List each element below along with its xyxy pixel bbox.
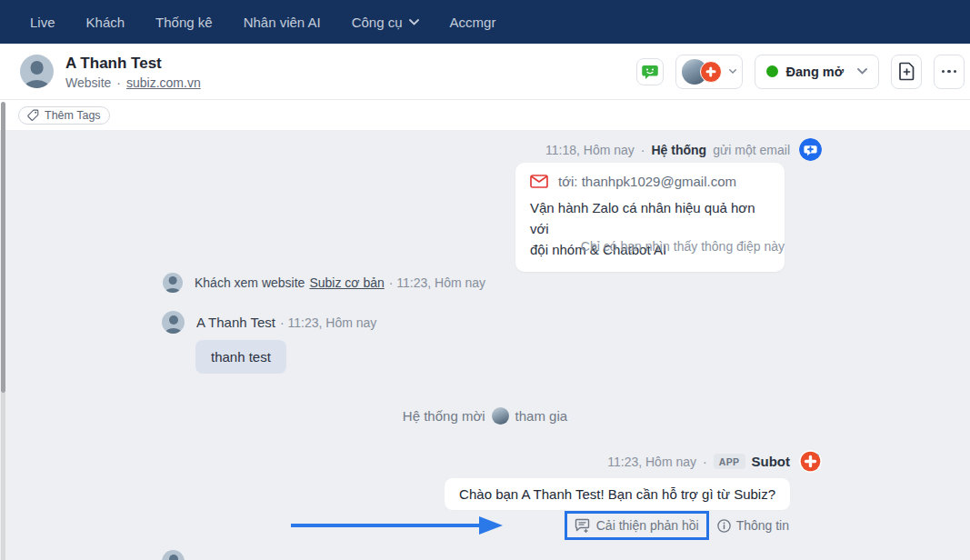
file-plus-icon bbox=[898, 62, 915, 81]
add-tag-button[interactable]: Thêm Tags bbox=[18, 106, 110, 125]
status-dot-icon bbox=[766, 65, 778, 77]
status-label: Đang mở bbox=[786, 65, 844, 79]
actor-name: Hệ thống bbox=[652, 143, 707, 157]
event-prefix: Khách xem website bbox=[195, 275, 305, 290]
event-time: · 11:23, Hôm nay bbox=[389, 275, 485, 290]
top-nav: Live Khách Thống kê Nhân viên AI Công cụ… bbox=[0, 0, 970, 44]
email-card[interactable]: tới: thanhpk1029@gmail.com Vận hành Zalo… bbox=[515, 163, 785, 272]
header-texts: A Thanh Test Website · subiz.com.vn bbox=[65, 54, 201, 90]
open-chat-button[interactable] bbox=[636, 58, 664, 85]
sender-row: A Thanh Test · 11:23, Hôm nay bbox=[196, 315, 376, 330]
page-title: A Thanh Test bbox=[65, 54, 201, 74]
improve-response-button[interactable]: Cải thiện phản hồi bbox=[565, 511, 709, 540]
event-text: Khách xem website Subiz cơ bản · 11:23, … bbox=[195, 275, 485, 290]
header-actions: Đang mở bbox=[636, 55, 965, 89]
visitor-message-header: A Thanh Test · 11:23, Hôm nay bbox=[162, 311, 376, 334]
timestamp: 11:23, Hôm nay bbox=[607, 455, 696, 469]
chevron-down-icon bbox=[857, 68, 867, 75]
avatar bbox=[162, 550, 185, 560]
nav-item-label: Công cụ bbox=[352, 15, 403, 30]
email-icon bbox=[530, 175, 548, 188]
left-scrollbar-thumb[interactable] bbox=[1, 102, 5, 393]
separator: · bbox=[641, 143, 645, 157]
feedback-bubble-icon bbox=[575, 518, 590, 533]
nav-item-accmgr[interactable]: Accmgr bbox=[450, 15, 496, 30]
tag-icon bbox=[27, 109, 39, 121]
separator: · bbox=[703, 455, 707, 469]
message-time: · 11:23, Hôm nay bbox=[280, 315, 376, 330]
app-window: Live Khách Thống kê Nhân viên AI Công cụ… bbox=[0, 0, 970, 560]
nav-item-thong-ke[interactable]: Thống kê bbox=[155, 15, 213, 30]
visitor-view-event: Khách xem website Subiz cơ bản · 11:23, … bbox=[163, 273, 485, 293]
invited-agent-avatar bbox=[492, 407, 509, 425]
nav-item-nhan-vien-ai[interactable]: Nhân viên AI bbox=[244, 15, 321, 30]
conversation-header: A Thanh Test Website · subiz.com.vn bbox=[0, 44, 970, 100]
chat-smiley-icon bbox=[641, 63, 659, 81]
header-subtitle: Website · subiz.com.vn bbox=[65, 75, 201, 90]
system-email-meta: 11:18, Hôm nay · Hệ thống gửi một email bbox=[545, 138, 822, 161]
sender-name: A Thanh Test bbox=[196, 315, 275, 330]
chevron-down-icon bbox=[729, 68, 736, 75]
invite-suffix: tham gia bbox=[515, 408, 568, 424]
tags-bar: Thêm Tags bbox=[0, 100, 970, 130]
add-tag-label: Thêm Tags bbox=[45, 109, 101, 122]
subiz-system-icon bbox=[799, 138, 822, 161]
improve-response-label: Cải thiện phản hồi bbox=[596, 518, 699, 533]
chat-timeline: 11:18, Hôm nay · Hệ thống gửi một email … bbox=[0, 130, 970, 560]
left-scrollbar-track[interactable] bbox=[1, 393, 5, 560]
nav-item-label: Live bbox=[30, 15, 55, 30]
site-link[interactable]: subiz.com.vn bbox=[126, 75, 201, 90]
avatar bbox=[20, 55, 54, 88]
invite-event: Hệ thống mời tham gia bbox=[0, 407, 970, 425]
subot-avatar-icon bbox=[799, 450, 822, 473]
email-recipient: tới: thanhpk1029@gmail.com bbox=[558, 174, 736, 189]
avatar bbox=[162, 311, 185, 334]
chevron-down-icon bbox=[409, 19, 419, 25]
info-icon bbox=[717, 519, 731, 533]
page-link[interactable]: Subiz cơ bản bbox=[309, 275, 384, 290]
nav-item-cong-cu[interactable]: Công cụ bbox=[352, 15, 419, 30]
more-button[interactable] bbox=[934, 55, 965, 89]
separator: · bbox=[116, 75, 121, 90]
email-subject-line: Vận hành Zalo cá nhân hiệu quả hơn với bbox=[530, 197, 770, 239]
nav-item-label: Thống kê bbox=[155, 15, 213, 30]
private-note: Chỉ có bạn nhìn thấy thông điệp này bbox=[581, 239, 785, 254]
avatar bbox=[163, 273, 183, 293]
info-label: Thông tin bbox=[736, 518, 789, 533]
more-icon bbox=[942, 70, 957, 74]
nav-item-label: Nhân viên AI bbox=[244, 15, 321, 30]
nav-item-khach[interactable]: Khách bbox=[86, 15, 125, 30]
bot-name: Subot bbox=[752, 454, 791, 469]
invite-prefix: Hệ thống mời bbox=[403, 408, 485, 424]
info-button[interactable]: Thông tin bbox=[717, 518, 789, 533]
assignee-dropdown[interactable] bbox=[675, 55, 743, 89]
email-recipient-row: tới: thanhpk1029@gmail.com bbox=[530, 174, 770, 189]
subot-plus-icon bbox=[700, 61, 722, 83]
nav-item-live[interactable]: Live bbox=[30, 15, 55, 30]
annotation-arrow bbox=[291, 515, 503, 535]
timestamp: 11:18, Hôm nay bbox=[545, 143, 635, 157]
visitor-message-bubble: thanh test bbox=[195, 340, 286, 374]
conversation-status-dropdown[interactable]: Đang mở bbox=[755, 55, 879, 89]
bot-message-bubble: Chào bạn A Thanh Test! Bạn cần hỗ trợ gì… bbox=[444, 477, 791, 511]
action-text: gửi một email bbox=[713, 143, 790, 157]
bot-message-actions: Cải thiện phản hồi Thông tin bbox=[565, 511, 789, 540]
app-badge: APP bbox=[714, 454, 745, 469]
nav-item-label: Khách bbox=[86, 15, 125, 30]
bot-message-meta: 11:23, Hôm nay · APP Subot bbox=[607, 450, 822, 473]
channel-label: Website bbox=[65, 75, 111, 90]
new-note-button[interactable] bbox=[891, 55, 922, 89]
nav-item-label: Accmgr bbox=[450, 15, 496, 30]
